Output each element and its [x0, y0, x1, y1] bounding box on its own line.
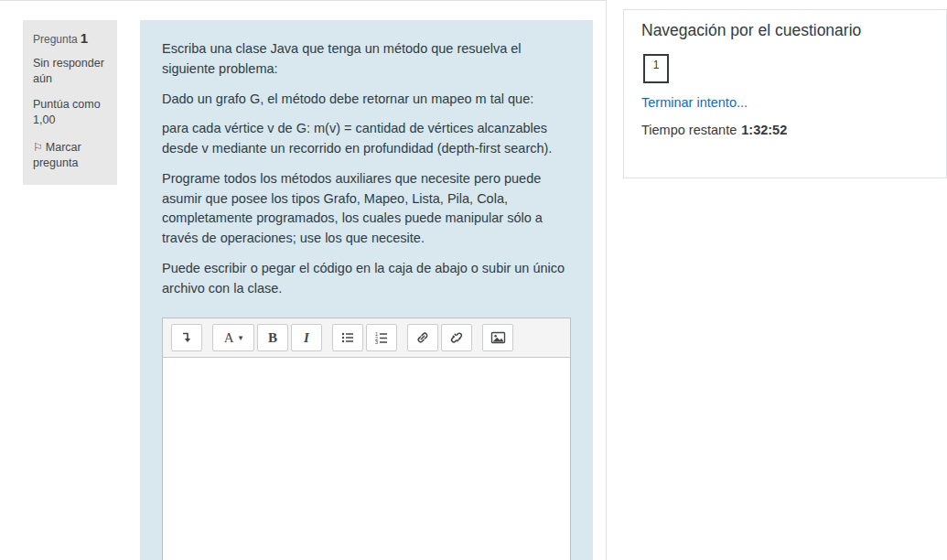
- link-button[interactable]: [407, 324, 438, 351]
- question-block: Pregunta1 Sin responder aún Puntúa como …: [0, 1, 606, 560]
- unlink-icon: [449, 330, 464, 345]
- time-remaining-value: 1:32:52: [741, 123, 787, 137]
- question-info-panel: Pregunta1 Sin responder aún Puntúa como …: [23, 20, 117, 185]
- question-paragraph: para cada vértice v de G: m(v) = cantida…: [162, 119, 571, 159]
- toolbar-group-links: [407, 324, 472, 351]
- paragraph-style-button[interactable]: A ▾: [212, 324, 254, 351]
- answer-editor: A ▾ B I: [162, 318, 571, 560]
- question-paragraph: Dado un grafo G, el método debe retornar…: [162, 90, 571, 110]
- question-nav-button-number: 1: [653, 59, 660, 71]
- question-content: Escriba una clase Java que tenga un méto…: [140, 20, 593, 560]
- italic-label: I: [304, 330, 309, 346]
- flag-icon: ⚐: [33, 141, 43, 154]
- toolbar-group-text-style: A ▾ B I: [212, 324, 322, 351]
- ordered-list-button[interactable]: 1 2 3: [366, 324, 397, 351]
- bold-label: B: [268, 330, 277, 346]
- question-paragraph: Puede escribir o pegar el código en la c…: [162, 259, 571, 299]
- question-status: Sin responder aún: [33, 56, 107, 87]
- question-nav-buttons: 1: [641, 54, 929, 83]
- toolbar-group-collapse: [171, 324, 202, 351]
- caret-down-icon: ▾: [239, 333, 243, 342]
- ordered-list-icon: 1 2 3: [374, 330, 389, 345]
- time-remaining-label: Tiempo restante: [641, 123, 737, 137]
- flag-question-control[interactable]: ⚐Marcar pregunta: [33, 140, 107, 171]
- unlink-button[interactable]: [441, 324, 472, 351]
- toolbar-group-media: [482, 324, 513, 351]
- link-icon: [415, 330, 430, 345]
- bullet-list-icon: [340, 330, 355, 345]
- question-nav-button-1[interactable]: 1: [643, 54, 669, 83]
- question-paragraph: Escriba una clase Java que tenga un méto…: [162, 39, 571, 80]
- bold-button[interactable]: B: [257, 324, 288, 351]
- question-grade: Puntúa como 1,00: [33, 97, 107, 128]
- collapse-icon: [179, 330, 194, 345]
- paragraph-style-label: A: [224, 330, 234, 346]
- quiz-navigation-title: Navegación por el cuestionario: [641, 21, 929, 40]
- svg-text:3: 3: [375, 339, 378, 345]
- image-button[interactable]: [482, 324, 513, 351]
- italic-button[interactable]: I: [291, 324, 322, 351]
- question-label: Pregunta: [33, 33, 78, 46]
- question-paragraph: Programe todos los métodos auxiliares qu…: [162, 169, 571, 249]
- quiz-navigation-panel: Navegación por el cuestionario 1 Termina…: [623, 9, 947, 178]
- time-remaining: Tiempo restante1:32:52: [641, 123, 929, 137]
- toolbar-group-lists: 1 2 3: [332, 324, 397, 351]
- image-icon: [490, 330, 506, 345]
- editor-toolbar: A ▾ B I: [163, 318, 570, 358]
- main-column: Pregunta1 Sin responder aún Puntúa como …: [0, 0, 607, 560]
- collapse-toolbar-button[interactable]: [171, 324, 202, 351]
- quiz-attempt-page: Pregunta1 Sin responder aún Puntúa como …: [0, 0, 947, 560]
- editor-text-area[interactable]: [163, 358, 570, 560]
- finish-attempt-link[interactable]: Terminar intento...: [641, 95, 748, 110]
- unordered-list-button[interactable]: [332, 324, 363, 351]
- question-number: 1: [81, 30, 88, 46]
- question-number-heading: Pregunta1: [33, 29, 107, 48]
